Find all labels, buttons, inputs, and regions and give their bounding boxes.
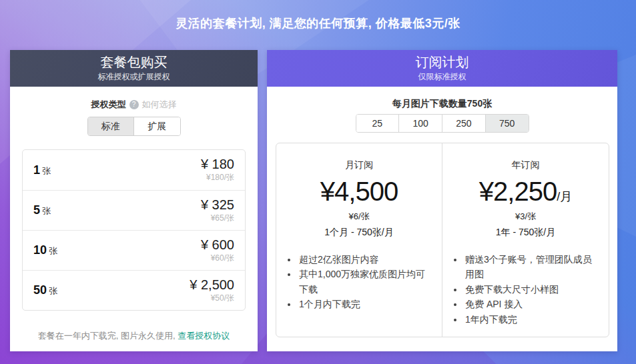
subscription-card: 订阅计划 仅限标准授权 每月图片下载数量750张 25 100 250 750 … xyxy=(267,50,617,351)
row-price-main: ¥ 2,500 xyxy=(190,277,234,293)
promo-banner: 灵活的套餐计划, 满足您的任何预算, 价格最低3元/张 xyxy=(0,0,636,47)
row-price-per-image: ¥60/张 xyxy=(201,253,234,264)
package-card-title: 套餐包购买 xyxy=(101,54,168,71)
row-price-main: ¥ 325 xyxy=(201,197,234,213)
plan-price: ¥2,250/月 xyxy=(442,177,609,206)
quota-option-25[interactable]: 25 xyxy=(356,115,399,132)
plan-feature-list: 赠送3个子账号，管理团队成员用图 免费下载大尺寸小样图 免费 API 接入 1年… xyxy=(464,252,599,327)
plan-duration: 1年 - 750张/月 xyxy=(442,227,609,239)
subscription-card-title: 订阅计划 xyxy=(416,54,469,71)
plan-name: 年订阅 xyxy=(442,159,609,171)
table-row[interactable]: 10张 ¥ 600 ¥60/张 xyxy=(23,230,245,270)
table-row[interactable]: 50张 ¥ 2,500 ¥50/张 xyxy=(23,270,245,310)
plan-monthly: 月订阅 ¥4,500 ¥6/张 1个月 - 750张/月 超过2亿张图片内容 其… xyxy=(276,143,442,337)
subscription-plans-box: 月订阅 ¥4,500 ¥6/张 1个月 - 750张/月 超过2亿张图片内容 其… xyxy=(276,143,609,337)
package-card: 套餐包购买 标准授权或扩展授权 授权类型 ? 如何选择 标准 扩展 1张 ¥ 1… xyxy=(10,50,258,351)
plan-feature: 免费下载大尺寸小样图 xyxy=(464,282,599,297)
license-type-label: 授权类型 xyxy=(91,99,126,111)
license-tab-extended[interactable]: 扩展 xyxy=(133,117,180,135)
quota-option-100[interactable]: 100 xyxy=(398,115,442,132)
row-price-per-image: ¥65/张 xyxy=(201,213,234,224)
plan-feature: 其中1,000万独家优质图片均可下载 xyxy=(298,267,432,297)
row-quantity: 5张 xyxy=(33,203,51,217)
license-agreement-link[interactable]: 查看授权协议 xyxy=(178,331,230,341)
quota-segmented-control: 25 100 250 750 xyxy=(356,114,529,133)
row-quantity: 1张 xyxy=(33,163,51,177)
package-footer-text: 套餐在一年内下载完, 图片永久使用, xyxy=(38,331,178,341)
table-row[interactable]: 1张 ¥ 180 ¥180/张 xyxy=(23,150,245,190)
row-price-main: ¥ 180 xyxy=(201,157,234,172)
plan-per-image: ¥3/张 xyxy=(442,211,609,223)
row-price: ¥ 2,500 ¥50/张 xyxy=(190,277,234,304)
plan-price: ¥4,500 xyxy=(276,177,442,206)
row-price-per-image: ¥180/张 xyxy=(201,172,234,183)
row-price: ¥ 180 ¥180/张 xyxy=(201,157,234,183)
license-help-link[interactable]: 如何选择 xyxy=(142,99,177,111)
row-price-main: ¥ 600 xyxy=(201,237,234,253)
promo-banner-text: 灵活的套餐计划, 满足您的任何预算, 价格最低3元/张 xyxy=(176,15,460,31)
quota-label: 每月图片下载数量750张 xyxy=(267,98,617,110)
plan-feature-list: 超过2亿张图片内容 其中1,000万独家优质图片均可下载 1个月内下载完 xyxy=(298,252,432,312)
quota-option-250[interactable]: 250 xyxy=(442,115,485,132)
license-tab-standard[interactable]: 标准 xyxy=(88,117,134,135)
plan-price-suffix: /月 xyxy=(557,190,572,203)
plan-feature: 赠送3个子账号，管理团队成员用图 xyxy=(464,252,599,282)
license-type-line: 授权类型 ? 如何选择 xyxy=(10,99,258,111)
row-price: ¥ 600 ¥60/张 xyxy=(201,237,234,264)
row-price: ¥ 325 ¥65/张 xyxy=(201,197,234,224)
subscription-card-header: 订阅计划 仅限标准授权 xyxy=(267,50,617,87)
row-price-per-image: ¥50/张 xyxy=(190,293,234,304)
table-row[interactable]: 5张 ¥ 325 ¥65/张 xyxy=(23,190,245,230)
subscription-card-subtitle: 仅限标准授权 xyxy=(418,71,466,83)
plan-annual: 年订阅 ¥2,250/月 ¥3/张 1年 - 750张/月 赠送3个子账号，管理… xyxy=(442,143,609,337)
quota-option-750[interactable]: 750 xyxy=(485,115,529,132)
package-footer-note: 套餐在一年内下载完, 图片永久使用, 查看授权协议 xyxy=(10,330,258,342)
row-quantity: 10张 xyxy=(33,243,57,257)
plan-feature: 1个月内下载完 xyxy=(298,297,432,311)
plan-per-image: ¥6/张 xyxy=(276,211,442,223)
help-question-icon[interactable]: ? xyxy=(129,100,139,109)
plan-feature: 免费 API 接入 xyxy=(464,297,599,311)
row-quantity: 50张 xyxy=(33,283,57,297)
package-card-header: 套餐包购买 标准授权或扩展授权 xyxy=(10,50,258,87)
package-card-subtitle: 标准授权或扩展授权 xyxy=(98,71,170,83)
plan-duration: 1个月 - 750张/月 xyxy=(276,227,442,239)
plan-name: 月订阅 xyxy=(276,159,442,171)
plan-feature: 1年内下载完 xyxy=(464,312,599,327)
plan-feature: 超过2亿张图片内容 xyxy=(298,252,432,267)
license-type-toggle: 标准 扩展 xyxy=(87,117,181,136)
package-price-table: 1张 ¥ 180 ¥180/张 5张 ¥ 325 ¥65/张 10张 ¥ 600… xyxy=(22,149,246,311)
